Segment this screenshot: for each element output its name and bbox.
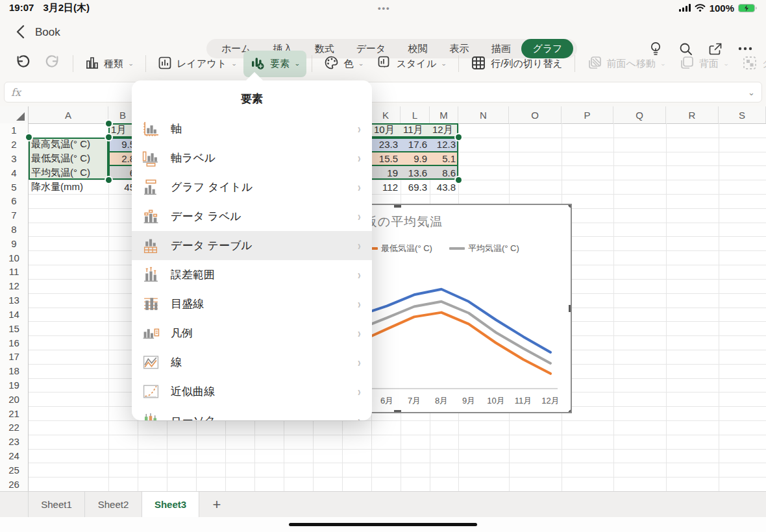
selection-handle[interactable]: [106, 177, 112, 183]
cell-K2[interactable]: 23.3: [371, 138, 401, 152]
cell-L1[interactable]: 11月: [401, 123, 430, 138]
row-header-19[interactable]: 19: [0, 378, 29, 393]
menu-item-9[interactable]: 線›: [132, 348, 372, 377]
selection-handle[interactable]: [456, 177, 462, 183]
chart-resize-handle[interactable]: [568, 409, 573, 414]
cell-L3[interactable]: 9.9: [401, 152, 430, 166]
cell-M2[interactable]: 12.3: [430, 138, 458, 152]
select-all-corner[interactable]: [0, 106, 29, 123]
menu-item-2[interactable]: 軸ラベル›: [132, 143, 372, 173]
row-header-16[interactable]: 16: [0, 335, 29, 350]
row-header-25[interactable]: 25: [0, 463, 29, 477]
toolbar-button-4[interactable]: スタイル⌄: [371, 51, 454, 77]
toolbar-button-8[interactable]: グループ⌄: [735, 51, 766, 77]
menu-item-5[interactable]: データ テーブル›: [132, 231, 372, 260]
row-header-13[interactable]: 13: [0, 293, 29, 308]
toolbar-button-7[interactable]: 背面⌄: [673, 51, 735, 77]
row-header-5[interactable]: 5: [0, 180, 29, 194]
row-header-8[interactable]: 8: [0, 223, 29, 237]
sheet-tab-Sheet3[interactable]: Sheet3: [142, 492, 199, 517]
row-header-4[interactable]: 4: [0, 165, 29, 180]
undo-button[interactable]: [8, 50, 38, 78]
selection-handle[interactable]: [106, 121, 112, 127]
toolbar-button-6[interactable]: 前面へ移動⌄: [580, 51, 673, 77]
menu-item-8[interactable]: 凡例›: [132, 319, 372, 348]
menu-item-1[interactable]: 軸›: [132, 114, 372, 143]
row-header-24[interactable]: 24: [0, 449, 29, 463]
cell-L4[interactable]: 13.6: [401, 165, 430, 180]
cell-K1[interactable]: 10月: [371, 123, 401, 138]
sheet-tab-Sheet1[interactable]: Sheet1: [28, 492, 85, 517]
cell-A4[interactable]: 平均気温(° C): [29, 165, 108, 180]
column-header-P[interactable]: P: [562, 106, 613, 123]
row-header-18[interactable]: 18: [0, 364, 29, 378]
row-header-9[interactable]: 9: [0, 236, 29, 250]
row-header-1[interactable]: 1: [0, 123, 29, 138]
cell-M1[interactable]: 12月: [430, 123, 458, 138]
column-header-R[interactable]: R: [666, 106, 719, 123]
chart-resize-handle[interactable]: [569, 305, 573, 312]
column-header-N[interactable]: N: [458, 106, 509, 123]
column-header-M[interactable]: M: [430, 106, 458, 123]
menu-item-3[interactable]: グラフ タイトル›: [132, 173, 372, 202]
selection-handle[interactable]: [106, 134, 112, 140]
row-header-22[interactable]: 22: [0, 420, 29, 435]
add-sheet-button[interactable]: +: [199, 492, 234, 517]
column-header-K[interactable]: K: [371, 106, 401, 123]
back-button[interactable]: [10, 23, 30, 42]
column-header-L[interactable]: L: [401, 106, 430, 123]
column-header-A[interactable]: A: [29, 106, 108, 123]
menu-item-4[interactable]: データ ラベル›: [132, 202, 372, 231]
chart-resize-handle[interactable]: [568, 204, 573, 208]
toolbar-button-3[interactable]: 色⌄: [317, 51, 370, 77]
cell-M5[interactable]: 43.8: [430, 180, 458, 194]
formula-bar-expand-chevron-icon[interactable]: ⌄: [748, 88, 755, 97]
redo-button[interactable]: [38, 50, 68, 78]
cell-M3[interactable]: 5.1: [430, 152, 458, 166]
row-header-11[interactable]: 11: [0, 265, 29, 279]
column-header-Q[interactable]: Q: [613, 106, 666, 123]
toolbar-button-1[interactable]: レイアウト⌄: [151, 51, 243, 77]
legend-item-2[interactable]: 平均気温(° C): [449, 243, 519, 254]
menu-item-10[interactable]: 近似曲線›: [132, 377, 372, 406]
row-header-15[interactable]: 15: [0, 321, 29, 335]
chart-resize-handle[interactable]: [394, 204, 401, 208]
row-header-2[interactable]: 2: [0, 138, 29, 152]
row-header-12[interactable]: 12: [0, 279, 29, 293]
row-header-21[interactable]: 21: [0, 406, 29, 420]
row-header-20[interactable]: 20: [0, 392, 29, 406]
menu-item-6[interactable]: 誤差範囲›: [132, 260, 372, 289]
cell-A3[interactable]: 最低気温(° C): [29, 152, 108, 166]
gridline: [29, 449, 766, 450]
column-header-S[interactable]: S: [719, 106, 766, 123]
selection-handle[interactable]: [456, 134, 462, 140]
menu-item-7[interactable]: 目盛線›: [132, 289, 372, 319]
row-header-17[interactable]: 17: [0, 350, 29, 364]
sheet-tab-Sheet2[interactable]: Sheet2: [85, 492, 142, 517]
cell-A5[interactable]: 降水量(mm): [29, 180, 108, 194]
menu-item-11[interactable]: ローソク›: [132, 406, 372, 420]
home-indicator[interactable]: [289, 523, 477, 526]
toolbar-button-0[interactable]: 種類⌄: [79, 51, 140, 77]
toolbar-button-5[interactable]: 行/列の切り替え: [464, 51, 569, 77]
row-header-3[interactable]: 3: [0, 152, 29, 166]
column-header-O[interactable]: O: [509, 106, 562, 123]
legend-item-1[interactable]: 最低気温(° C): [362, 243, 432, 254]
selection-handle[interactable]: [26, 134, 32, 140]
cell-K3[interactable]: 15.5: [371, 152, 401, 166]
cell-K4[interactable]: 19: [371, 165, 401, 180]
row-header-14[interactable]: 14: [0, 308, 29, 322]
row-header-10[interactable]: 10: [0, 250, 29, 265]
row-header-7[interactable]: 7: [0, 208, 29, 223]
submenu-chevron-icon: ›: [358, 121, 361, 136]
battery-percent: 100%: [710, 3, 734, 14]
chart-resize-handle[interactable]: [394, 410, 401, 414]
row-header-6[interactable]: 6: [0, 194, 29, 208]
cell-K5[interactable]: 112: [371, 180, 401, 194]
cell-M4[interactable]: 8.6: [430, 165, 458, 180]
row-header-26[interactable]: 26: [0, 477, 29, 491]
cell-L5[interactable]: 69.3: [401, 180, 430, 194]
row-header-23[interactable]: 23: [0, 435, 29, 449]
cell-L2[interactable]: 17.6: [401, 138, 430, 152]
cell-A2[interactable]: 最高気温(° C): [29, 138, 108, 152]
